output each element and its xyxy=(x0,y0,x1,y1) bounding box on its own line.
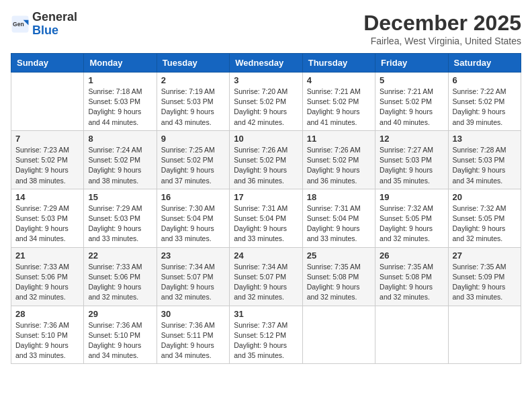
calendar-cell: 22Sunrise: 7:33 AM Sunset: 5:06 PM Dayli… xyxy=(84,247,157,306)
day-info: Sunrise: 7:36 AM Sunset: 5:10 PM Dayligh… xyxy=(88,320,152,361)
day-number: 18 xyxy=(307,192,371,202)
weekday-header-thursday: Thursday xyxy=(302,54,375,73)
day-info: Sunrise: 7:29 AM Sunset: 5:03 PM Dayligh… xyxy=(88,203,152,244)
day-number: 8 xyxy=(88,134,152,144)
calendar-header-row: SundayMondayTuesdayWednesdayThursdayFrid… xyxy=(11,54,521,73)
calendar-cell: 29Sunrise: 7:36 AM Sunset: 5:10 PM Dayli… xyxy=(84,306,157,364)
day-number: 19 xyxy=(380,192,443,202)
calendar-cell: 12Sunrise: 7:27 AM Sunset: 5:03 PM Dayli… xyxy=(375,130,448,189)
weekday-header-sunday: Sunday xyxy=(11,54,84,73)
calendar-cell: 3Sunrise: 7:20 AM Sunset: 5:02 PM Daylig… xyxy=(230,73,302,131)
calendar-cell: 28Sunrise: 7:36 AM Sunset: 5:10 PM Dayli… xyxy=(11,306,84,364)
calendar-cell: 26Sunrise: 7:35 AM Sunset: 5:08 PM Dayli… xyxy=(375,247,448,306)
day-number: 29 xyxy=(88,309,152,319)
day-info: Sunrise: 7:36 AM Sunset: 5:11 PM Dayligh… xyxy=(161,320,225,361)
day-info: Sunrise: 7:34 AM Sunset: 5:07 PM Dayligh… xyxy=(234,262,298,303)
calendar-cell xyxy=(302,306,375,364)
day-number: 28 xyxy=(15,309,79,319)
weekday-header-tuesday: Tuesday xyxy=(157,54,229,73)
calendar-cell: 4Sunrise: 7:21 AM Sunset: 5:02 PM Daylig… xyxy=(302,73,375,131)
day-info: Sunrise: 7:25 AM Sunset: 5:02 PM Dayligh… xyxy=(161,145,225,186)
day-number: 2 xyxy=(161,75,225,85)
calendar-cell: 25Sunrise: 7:35 AM Sunset: 5:08 PM Dayli… xyxy=(302,247,375,306)
calendar-cell: 7Sunrise: 7:23 AM Sunset: 5:02 PM Daylig… xyxy=(11,130,84,189)
day-info: Sunrise: 7:21 AM Sunset: 5:02 PM Dayligh… xyxy=(380,87,443,128)
calendar-cell: 16Sunrise: 7:30 AM Sunset: 5:04 PM Dayli… xyxy=(157,189,229,247)
calendar-cell: 8Sunrise: 7:24 AM Sunset: 5:02 PM Daylig… xyxy=(84,130,157,189)
day-number: 15 xyxy=(88,192,152,202)
logo-general-text: General xyxy=(32,10,77,24)
day-info: Sunrise: 7:21 AM Sunset: 5:02 PM Dayligh… xyxy=(307,87,371,128)
calendar-cell xyxy=(375,306,448,364)
month-title: December 2025 xyxy=(363,11,521,36)
calendar-cell: 30Sunrise: 7:36 AM Sunset: 5:11 PM Dayli… xyxy=(157,306,229,364)
day-number: 9 xyxy=(161,134,225,144)
weekday-header-monday: Monday xyxy=(84,54,157,73)
calendar-cell: 23Sunrise: 7:34 AM Sunset: 5:07 PM Dayli… xyxy=(157,247,229,306)
day-info: Sunrise: 7:26 AM Sunset: 5:02 PM Dayligh… xyxy=(234,145,298,186)
day-number: 31 xyxy=(234,309,298,319)
day-number: 20 xyxy=(453,192,517,202)
location-text: Fairlea, West Virginia, United States xyxy=(363,36,521,46)
day-info: Sunrise: 7:33 AM Sunset: 5:06 PM Dayligh… xyxy=(15,262,79,303)
calendar-cell: 17Sunrise: 7:31 AM Sunset: 5:04 PM Dayli… xyxy=(230,189,302,247)
calendar-week-2: 7Sunrise: 7:23 AM Sunset: 5:02 PM Daylig… xyxy=(11,130,521,189)
day-info: Sunrise: 7:29 AM Sunset: 5:03 PM Dayligh… xyxy=(15,203,79,244)
day-info: Sunrise: 7:26 AM Sunset: 5:02 PM Dayligh… xyxy=(307,145,371,186)
day-number: 26 xyxy=(380,250,443,261)
day-number: 24 xyxy=(234,250,298,261)
page-header: Gen General Blue December 2025 Fairlea, … xyxy=(11,11,521,46)
calendar-cell: 9Sunrise: 7:25 AM Sunset: 5:02 PM Daylig… xyxy=(157,130,229,189)
day-info: Sunrise: 7:32 AM Sunset: 5:05 PM Dayligh… xyxy=(453,203,517,244)
svg-text:Gen: Gen xyxy=(13,21,24,28)
day-number: 22 xyxy=(88,250,152,261)
calendar-cell: 18Sunrise: 7:31 AM Sunset: 5:04 PM Dayli… xyxy=(302,189,375,247)
day-number: 27 xyxy=(453,250,517,261)
day-number: 4 xyxy=(307,75,371,85)
day-number: 5 xyxy=(380,75,443,85)
day-number: 1 xyxy=(88,75,152,85)
day-number: 16 xyxy=(161,192,225,202)
calendar-cell: 6Sunrise: 7:22 AM Sunset: 5:02 PM Daylig… xyxy=(448,73,521,131)
day-info: Sunrise: 7:32 AM Sunset: 5:05 PM Dayligh… xyxy=(380,203,443,244)
weekday-header-saturday: Saturday xyxy=(448,54,521,73)
day-info: Sunrise: 7:28 AM Sunset: 5:03 PM Dayligh… xyxy=(453,145,517,186)
day-info: Sunrise: 7:36 AM Sunset: 5:10 PM Dayligh… xyxy=(15,320,79,361)
day-info: Sunrise: 7:34 AM Sunset: 5:07 PM Dayligh… xyxy=(161,262,225,303)
calendar-cell: 19Sunrise: 7:32 AM Sunset: 5:05 PM Dayli… xyxy=(375,189,448,247)
day-number: 14 xyxy=(15,192,79,202)
day-info: Sunrise: 7:24 AM Sunset: 5:02 PM Dayligh… xyxy=(88,145,152,186)
logo-icon: Gen xyxy=(11,15,30,34)
day-info: Sunrise: 7:37 AM Sunset: 5:12 PM Dayligh… xyxy=(234,320,298,361)
calendar-cell: 2Sunrise: 7:19 AM Sunset: 5:03 PM Daylig… xyxy=(157,73,229,131)
day-info: Sunrise: 7:18 AM Sunset: 5:03 PM Dayligh… xyxy=(88,87,152,128)
calendar-cell: 14Sunrise: 7:29 AM Sunset: 5:03 PM Dayli… xyxy=(11,189,84,247)
calendar-cell: 1Sunrise: 7:18 AM Sunset: 5:03 PM Daylig… xyxy=(84,73,157,131)
day-info: Sunrise: 7:20 AM Sunset: 5:02 PM Dayligh… xyxy=(234,87,298,128)
calendar-week-5: 28Sunrise: 7:36 AM Sunset: 5:10 PM Dayli… xyxy=(11,306,521,364)
calendar-cell: 10Sunrise: 7:26 AM Sunset: 5:02 PM Dayli… xyxy=(230,130,302,189)
calendar-cell: 5Sunrise: 7:21 AM Sunset: 5:02 PM Daylig… xyxy=(375,73,448,131)
day-number: 13 xyxy=(453,134,517,144)
title-block: December 2025 Fairlea, West Virginia, Un… xyxy=(363,11,521,46)
day-info: Sunrise: 7:31 AM Sunset: 5:04 PM Dayligh… xyxy=(234,203,298,244)
calendar-body: 1Sunrise: 7:18 AM Sunset: 5:03 PM Daylig… xyxy=(11,73,521,364)
day-number: 17 xyxy=(234,192,298,202)
day-info: Sunrise: 7:30 AM Sunset: 5:04 PM Dayligh… xyxy=(161,203,225,244)
day-number: 21 xyxy=(15,250,79,261)
day-info: Sunrise: 7:35 AM Sunset: 5:08 PM Dayligh… xyxy=(307,262,371,303)
day-number: 25 xyxy=(307,250,371,261)
day-number: 6 xyxy=(453,75,517,85)
calendar-cell: 13Sunrise: 7:28 AM Sunset: 5:03 PM Dayli… xyxy=(448,130,521,189)
calendar-week-3: 14Sunrise: 7:29 AM Sunset: 5:03 PM Dayli… xyxy=(11,189,521,247)
calendar-cell: 31Sunrise: 7:37 AM Sunset: 5:12 PM Dayli… xyxy=(230,306,302,364)
day-number: 7 xyxy=(15,134,79,144)
day-number: 12 xyxy=(380,134,443,144)
weekday-header-friday: Friday xyxy=(375,54,448,73)
calendar-cell: 21Sunrise: 7:33 AM Sunset: 5:06 PM Dayli… xyxy=(11,247,84,306)
calendar-cell: 11Sunrise: 7:26 AM Sunset: 5:02 PM Dayli… xyxy=(302,130,375,189)
day-info: Sunrise: 7:23 AM Sunset: 5:02 PM Dayligh… xyxy=(15,145,79,186)
day-info: Sunrise: 7:31 AM Sunset: 5:04 PM Dayligh… xyxy=(307,203,371,244)
calendar-week-1: 1Sunrise: 7:18 AM Sunset: 5:03 PM Daylig… xyxy=(11,73,521,131)
day-number: 30 xyxy=(161,309,225,319)
